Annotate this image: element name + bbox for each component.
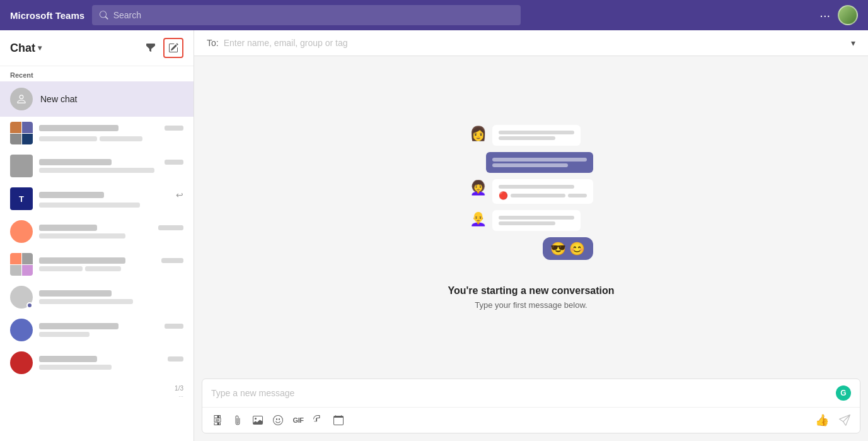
recipient-input[interactable] xyxy=(224,38,846,48)
image-button[interactable] xyxy=(249,411,267,429)
schedule-icon xyxy=(333,415,344,425)
avatar xyxy=(10,155,33,177)
sticker-button[interactable] xyxy=(310,411,327,429)
compose-input-row: G xyxy=(202,379,860,407)
toolbar-right: 👍 xyxy=(813,411,854,429)
msg-row-4: 👩‍🦲 xyxy=(470,210,593,231)
chat-title-text: Chat xyxy=(10,42,35,55)
sticker-icon xyxy=(313,415,323,425)
avatar xyxy=(10,351,33,374)
chat-content xyxy=(39,257,183,271)
chat-content xyxy=(39,225,183,238)
list-item[interactable] xyxy=(0,117,194,150)
msg-avatar-4: 👩‍🦲 xyxy=(470,210,487,228)
sidebar-header: Chat ▾ xyxy=(0,30,194,66)
to-bar: To: ▾ xyxy=(194,30,868,56)
format-icon xyxy=(212,415,223,425)
chat-area: To: ▾ 👩 xyxy=(194,30,868,441)
chat-content xyxy=(39,159,183,173)
new-chat-item[interactable]: New chat xyxy=(0,81,194,117)
to-label: To: xyxy=(207,38,219,48)
chat-content xyxy=(39,125,183,141)
msg-row-2 xyxy=(470,152,593,173)
send-button[interactable] xyxy=(836,411,854,429)
filter-button[interactable] xyxy=(141,38,161,58)
list-item[interactable]: T ↩ xyxy=(0,182,194,215)
search-bar[interactable] xyxy=(92,5,521,25)
msg-avatar-3: 👩‍🦱 xyxy=(470,179,487,197)
like-button[interactable]: 👍 xyxy=(813,411,831,429)
list-item[interactable] xyxy=(0,248,194,281)
msg-reaction: 😎 😊 xyxy=(543,237,593,260)
msg-row-3: 👩‍🦱 🔴 xyxy=(470,179,593,204)
schedule-button[interactable] xyxy=(330,411,347,429)
top-bar-right: ··· xyxy=(819,5,858,25)
msg-avatar-1: 👩 xyxy=(470,125,487,143)
search-input[interactable] xyxy=(113,10,513,20)
avatar xyxy=(10,319,33,341)
sidebar-icons xyxy=(141,38,183,58)
msg-bubble-4 xyxy=(492,210,581,231)
list-item[interactable] xyxy=(0,150,194,182)
reply-indicator: ↩ xyxy=(176,190,183,200)
user-avatar[interactable] xyxy=(838,5,858,25)
conversation-illustration: 👩 👩‍🦱 xyxy=(470,125,593,260)
top-bar: Microsoft Teams ··· xyxy=(0,0,868,30)
compose-toolbar: GIF 👍 xyxy=(202,407,860,433)
chat-main: 👩 👩‍🦱 xyxy=(194,56,868,379)
person-icon xyxy=(16,93,27,105)
sidebar: Chat ▾ Recent xyxy=(0,30,194,441)
list-item[interactable] xyxy=(0,215,194,248)
chat-title: Chat ▾ xyxy=(10,42,42,55)
gif-button[interactable]: GIF xyxy=(289,411,307,429)
compose-input[interactable] xyxy=(211,388,830,398)
to-chevron-icon[interactable]: ▾ xyxy=(851,38,855,48)
new-chat-avatar xyxy=(10,88,33,110)
search-icon xyxy=(100,11,108,20)
avatar: T xyxy=(10,187,33,210)
list-item[interactable] xyxy=(0,314,194,346)
avatar xyxy=(10,122,33,144)
list-item[interactable] xyxy=(0,346,194,379)
grammarly-button[interactable]: G xyxy=(836,385,851,401)
online-dot xyxy=(26,302,33,309)
recent-label: Recent xyxy=(0,66,194,81)
chat-content xyxy=(39,290,183,304)
send-icon xyxy=(839,415,850,426)
chat-content: ↩ xyxy=(39,190,183,208)
avatar xyxy=(10,220,33,243)
msg-row-1: 👩 xyxy=(470,125,593,146)
format-button[interactable] xyxy=(209,411,226,429)
chat-content xyxy=(39,323,183,337)
app-title: Microsoft Teams xyxy=(10,10,84,21)
image-icon xyxy=(253,415,263,425)
msg-bubble-3: 🔴 xyxy=(492,179,593,204)
msg-bubble-1 xyxy=(492,125,581,146)
attach-icon xyxy=(233,415,243,425)
conversation-title: You're starting a new conversation xyxy=(448,285,614,297)
attach-button[interactable] xyxy=(229,411,246,429)
filter-icon xyxy=(146,43,156,53)
more-options-icon[interactable]: ··· xyxy=(819,8,830,23)
emoji-icon xyxy=(273,415,283,425)
new-chat-label: New chat xyxy=(40,94,77,104)
chat-content xyxy=(39,356,183,370)
list-item[interactable] xyxy=(0,281,194,314)
emoji-button[interactable] xyxy=(269,411,287,429)
conversation-hint: You're starting a new conversation Type … xyxy=(448,285,614,310)
chat-dropdown-arrow[interactable]: ▾ xyxy=(38,44,42,52)
main-layout: Chat ▾ Recent xyxy=(0,30,868,441)
avatar xyxy=(10,253,33,276)
compose-button[interactable] xyxy=(163,38,183,58)
compose-area: G xyxy=(202,379,860,433)
conversation-subtitle: Type your first message below. xyxy=(448,300,614,310)
msg-bubble-2 xyxy=(486,152,593,173)
compose-icon xyxy=(168,43,178,53)
page-indicator: 1/3 ··· xyxy=(0,379,194,402)
chat-list: T ↩ xyxy=(0,117,194,441)
